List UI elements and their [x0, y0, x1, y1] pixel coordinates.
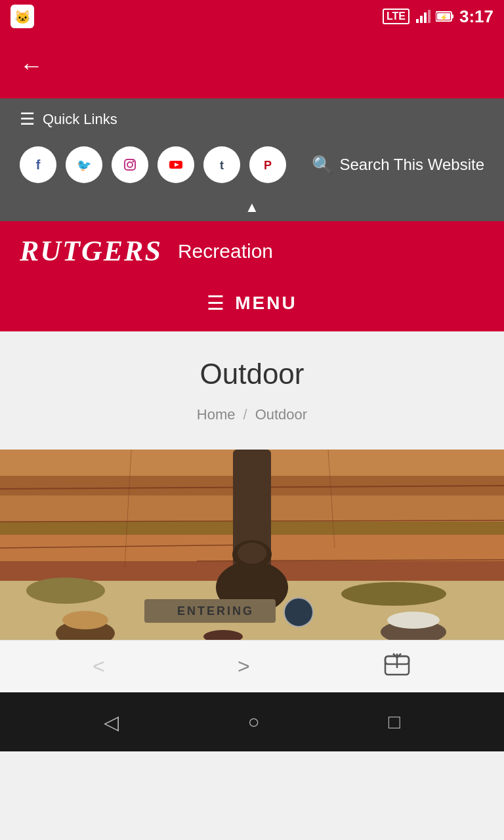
svg-rect-2 — [416, 19, 419, 23]
svg-point-45 — [387, 612, 440, 629]
social-row: f 🐦 t P — [0, 140, 504, 194]
twitter-icon[interactable]: 🐦 — [66, 146, 102, 183]
rutgers-header: RUTGERS Recreation — [0, 221, 504, 281]
lte-badge: LTE — [383, 9, 410, 24]
svg-rect-7 — [452, 14, 453, 18]
search-area[interactable]: 🔍 Search This Website — [312, 155, 484, 175]
android-home-button[interactable]: ○ — [247, 711, 259, 733]
menu-row[interactable]: ☰ MENU — [0, 281, 504, 331]
page-title: Outdoor — [20, 358, 484, 390]
menu-hamburger-icon: ☰ — [207, 291, 224, 314]
browser-back-button[interactable]: < — [93, 654, 105, 679]
page-content: Outdoor Home / Outdoor — [0, 331, 504, 436]
back-button[interactable]: ← — [20, 52, 43, 79]
svg-text:🐱: 🐱 — [14, 9, 31, 25]
breadcrumb-current: Outdoor — [255, 406, 308, 423]
breadcrumb-home-link[interactable]: Home — [197, 406, 236, 423]
svg-rect-4 — [424, 12, 427, 23]
search-icon: 🔍 — [312, 155, 333, 175]
android-nav-bar: ◁ ○ □ — [0, 692, 504, 751]
svg-text:f: f — [36, 158, 41, 172]
svg-rect-5 — [428, 10, 430, 23]
breadcrumb-separator: / — [243, 406, 247, 423]
menu-lines-icon: ☰ — [20, 109, 35, 129]
rutgers-logo: RUTGERS — [20, 234, 162, 268]
svg-point-38 — [238, 543, 266, 564]
quick-links-left[interactable]: ☰ Quick Links — [20, 109, 117, 129]
breadcrumb: Home / Outdoor — [20, 406, 484, 423]
status-bar-right: LTE ⚡ 3:17 — [383, 7, 494, 27]
svg-text:⚡: ⚡ — [440, 13, 448, 22]
bottom-browser-bar: < > — [0, 640, 504, 692]
status-bar-left: 🐱 — [10, 5, 34, 28]
svg-text:t: t — [220, 159, 224, 172]
menu-label: MENU — [235, 293, 297, 314]
header-subtitle: Recreation — [178, 240, 273, 262]
svg-text:🐦: 🐦 — [77, 158, 92, 173]
status-bar: 🐱 LTE ⚡ 3:17 — [0, 0, 504, 33]
svg-point-41 — [284, 598, 313, 627]
outdoor-image: ENTERING — [0, 450, 504, 640]
facebook-icon[interactable]: f — [20, 146, 56, 183]
svg-text:ENTERING: ENTERING — [177, 604, 254, 618]
search-label: Search This Website — [339, 156, 484, 174]
svg-point-14 — [133, 161, 135, 163]
android-recent-button[interactable]: □ — [388, 711, 400, 733]
svg-point-13 — [127, 162, 133, 167]
svg-point-34 — [341, 582, 446, 606]
quick-links-bar: ☰ Quick Links — [0, 98, 504, 140]
android-back-button[interactable]: ◁ — [104, 711, 119, 734]
browser-share-button[interactable] — [383, 651, 411, 682]
tumblr-icon[interactable]: t — [203, 146, 240, 183]
quick-links-label: Quick Links — [43, 111, 117, 128]
pinterest-icon[interactable]: P — [249, 146, 286, 183]
collapse-arrow-icon[interactable]: ▲ — [245, 199, 259, 216]
browser-forward-button[interactable]: > — [238, 654, 250, 679]
youtube-icon[interactable] — [158, 146, 194, 183]
image-bg: ENTERING — [0, 450, 504, 640]
battery-icon: ⚡ — [436, 10, 454, 23]
instagram-icon[interactable] — [112, 146, 148, 183]
signal-icon — [416, 10, 430, 23]
top-nav-bar: ← — [0, 33, 504, 98]
svg-rect-3 — [420, 16, 423, 23]
time-display: 3:17 — [459, 7, 494, 27]
social-icons-group: f 🐦 t P — [20, 146, 286, 183]
svg-point-33 — [26, 578, 105, 604]
app-icon: 🐱 — [10, 5, 34, 28]
collapse-row: ▲ — [0, 194, 504, 221]
svg-point-43 — [62, 611, 108, 629]
svg-text:P: P — [264, 159, 272, 172]
